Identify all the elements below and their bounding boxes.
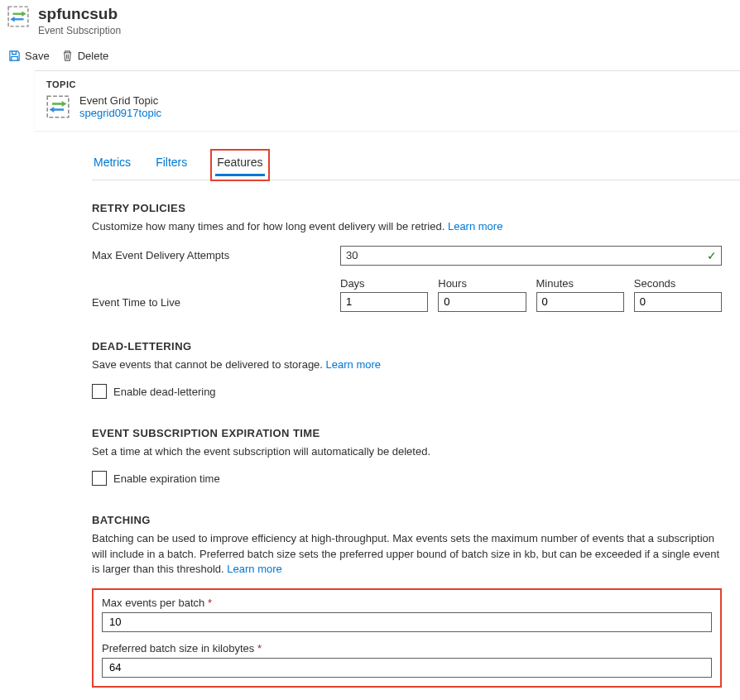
tab-metrics[interactable]: Metrics (92, 149, 132, 180)
delete-label: Delete (78, 50, 109, 62)
svg-marker-4 (10, 17, 14, 22)
topic-link[interactable]: spegrid0917topic (79, 107, 161, 119)
command-bar: Save Delete (0, 38, 740, 70)
ttl-label: Event Time to Live (92, 296, 340, 312)
retry-title: RETRY POLICIES (92, 202, 722, 214)
ttl-seconds-label: Seconds (634, 277, 722, 290)
ttl-minutes-label: Minutes (536, 277, 624, 290)
page-header: spfuncsub Event Subscription (0, 0, 740, 38)
ttl-hours-label: Hours (438, 277, 526, 290)
enable-dead-lettering-row[interactable]: Enable dead-lettering (92, 384, 722, 399)
page-title: spfuncsub (38, 5, 121, 24)
enable-dead-lettering-label: Enable dead-lettering (113, 386, 216, 398)
expiration-title: EVENT SUBSCRIPTION EXPIRATION TIME (92, 427, 722, 439)
svg-rect-0 (8, 7, 28, 26)
batching-desc: Batching can be used to improve efficien… (92, 532, 719, 574)
enable-dead-lettering-checkbox[interactable] (92, 384, 107, 399)
section-batching: BATCHING Batching can be used to improve… (92, 514, 722, 688)
topic-type-name: Event Grid Topic (79, 94, 161, 107)
enable-expiration-label: Enable expiration time (113, 472, 220, 485)
delete-icon (61, 50, 74, 62)
deadletter-title: DEAD-LETTERING (92, 340, 722, 352)
ttl-seconds-input[interactable] (634, 292, 722, 312)
expiration-desc: Set a time at which the event subscripti… (92, 444, 722, 459)
batch-size-input[interactable] (102, 658, 712, 678)
batch-size-label: Preferred batch size in kilobytes (102, 642, 257, 654)
max-events-input[interactable] (102, 612, 712, 632)
svg-rect-5 (47, 96, 69, 117)
check-icon: ✓ (707, 249, 717, 262)
enable-expiration-checkbox[interactable] (92, 471, 107, 486)
tab-filters[interactable]: Filters (154, 149, 189, 180)
batching-title: BATCHING (92, 514, 722, 526)
max-attempts-label: Max Event Delivery Attempts (92, 249, 340, 261)
save-button[interactable]: Save (8, 50, 50, 62)
ttl-minutes-input[interactable] (536, 292, 624, 312)
section-dead-lettering: DEAD-LETTERING Save events that cannot b… (92, 340, 722, 399)
svg-marker-7 (62, 101, 67, 107)
batching-highlight-box: Max events per batch * Preferred batch s… (92, 588, 722, 688)
page-subtitle: Event Subscription (38, 25, 121, 36)
enable-expiration-row[interactable]: Enable expiration time (92, 471, 722, 486)
save-icon (8, 50, 21, 62)
svg-marker-9 (50, 107, 55, 113)
retry-desc: Customize how many times and for how lon… (92, 220, 448, 233)
ttl-hours-input[interactable] (438, 292, 526, 312)
delete-button[interactable]: Delete (61, 50, 109, 62)
required-asterisk: * (257, 642, 262, 654)
ttl-days-input[interactable] (340, 292, 428, 312)
deadletter-desc: Save events that cannot be delivered to … (92, 358, 326, 371)
save-label: Save (25, 50, 50, 62)
event-subscription-icon (7, 5, 30, 28)
ttl-days-label: Days (340, 277, 428, 290)
tab-features-highlight: Features (210, 149, 269, 181)
tab-strip: Metrics Filters Features (92, 149, 740, 180)
batching-learn-more-link[interactable]: Learn more (227, 563, 281, 575)
retry-learn-more-link[interactable]: Learn more (448, 220, 502, 233)
svg-marker-2 (22, 12, 26, 17)
required-asterisk: * (208, 597, 212, 609)
deadletter-learn-more-link[interactable]: Learn more (326, 358, 381, 371)
topic-section-label: TOPIC (46, 79, 728, 89)
tab-features[interactable]: Features (215, 154, 264, 176)
event-grid-topic-icon (46, 95, 70, 118)
section-expiration: EVENT SUBSCRIPTION EXPIRATION TIME Set a… (92, 427, 722, 486)
max-attempts-input[interactable] (340, 246, 722, 266)
section-retry-policies: RETRY POLICIES Customize how many times … (92, 202, 722, 312)
topic-card: TOPIC Event Grid Topic spegrid0917topic (35, 71, 740, 131)
max-events-label: Max events per batch (102, 597, 208, 609)
